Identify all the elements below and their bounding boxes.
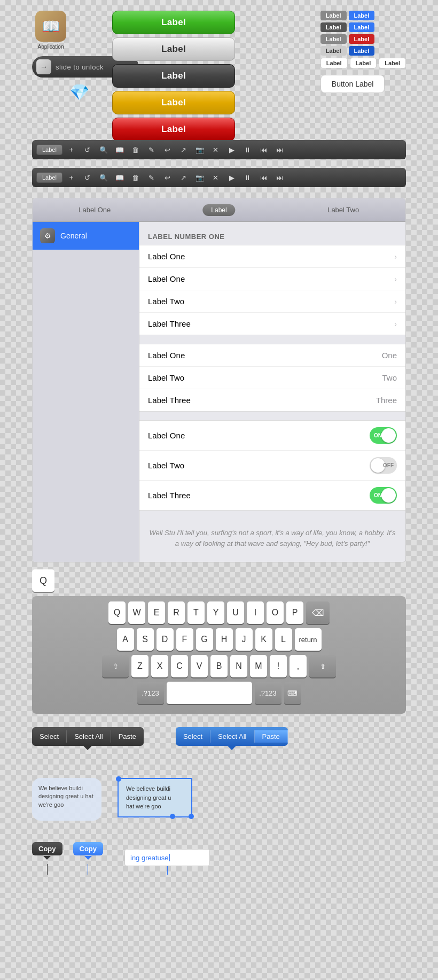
key-i[interactable]: I — [247, 601, 264, 624]
settings-row-2-2[interactable]: Label Two Two — [139, 367, 405, 389]
key-t[interactable]: T — [187, 601, 205, 624]
key-m[interactable]: M — [250, 655, 267, 677]
numbers-left-key[interactable]: .?123 — [137, 682, 164, 704]
toolbar-1-book[interactable]: 📖 — [113, 143, 127, 157]
key-l[interactable]: L — [275, 628, 292, 651]
key-h[interactable]: H — [216, 628, 233, 651]
settings-row-1-3[interactable]: Label Two › — [139, 290, 405, 313]
toolbar-2-close[interactable]: ✕ — [209, 171, 223, 184]
toolbar-2-camera[interactable]: 📷 — [193, 171, 207, 184]
key-a[interactable]: A — [117, 628, 134, 651]
green-button[interactable]: Label — [112, 11, 235, 34]
key-e[interactable]: E — [148, 601, 165, 624]
text-input-field[interactable]: ing greatuse — [124, 849, 210, 866]
settings-row-2-1[interactable]: Label One One — [139, 344, 405, 367]
key-s[interactable]: S — [137, 628, 154, 651]
small-tag-blue-2[interactable]: Label — [349, 22, 375, 32]
small-tag-outline-3[interactable]: Label — [379, 58, 406, 68]
shift-left-key[interactable]: ⇧ — [102, 655, 129, 677]
key-y[interactable]: Y — [207, 601, 224, 624]
small-tag-outline-1[interactable]: Label — [320, 58, 348, 68]
toolbar-2-search[interactable]: 🔍 — [97, 171, 111, 184]
key-f[interactable]: F — [176, 628, 193, 651]
delete-key[interactable]: ⌫ — [306, 601, 330, 624]
app-icon[interactable]: 📖 Application — [32, 11, 69, 50]
small-tag-blue-1[interactable]: Label — [349, 11, 375, 20]
toolbar-2-add[interactable]: ＋ — [65, 171, 79, 184]
key-j[interactable]: J — [236, 628, 253, 651]
toolbar-1-refresh[interactable]: ↺ — [81, 143, 95, 157]
yellow-button[interactable]: Label — [112, 91, 235, 114]
toolbar-1-search[interactable]: 🔍 — [97, 143, 111, 157]
toolbar-1-prev[interactable]: ⏮ — [257, 143, 271, 157]
toolbar-1-add[interactable]: ＋ — [65, 143, 79, 157]
silver-button[interactable]: Label — [112, 37, 235, 61]
key-v[interactable]: V — [191, 655, 208, 677]
toolbar-2-delete[interactable]: 🗑 — [129, 171, 143, 184]
toolbar-2-undo[interactable]: ↩ — [161, 171, 175, 184]
standalone-q-key[interactable]: Q — [32, 569, 54, 592]
red-button[interactable]: Label — [112, 118, 235, 141]
key-c[interactable]: C — [171, 655, 188, 677]
toolbar-2-play[interactable]: ▶ — [225, 171, 239, 184]
toggle-on-1[interactable]: ON — [370, 427, 397, 444]
paste-item-blue[interactable]: Paste — [255, 730, 288, 743]
key-o[interactable]: O — [267, 601, 284, 624]
toolbar-1-camera[interactable]: 📷 — [193, 143, 207, 157]
toolbar-1-undo[interactable]: ↩ — [161, 143, 175, 157]
toolbar-1-edit[interactable]: ✎ — [145, 143, 159, 157]
small-tag-outline-2[interactable]: Label — [350, 58, 377, 68]
key-k[interactable]: K — [255, 628, 272, 651]
small-tag-gray-1[interactable]: Label — [320, 11, 347, 20]
space-key[interactable] — [167, 682, 252, 704]
small-tag-darkblue[interactable]: Label — [349, 46, 375, 56]
numbers-right-key[interactable]: .?123 — [255, 682, 281, 704]
toolbar-2-label[interactable]: Label — [36, 172, 62, 183]
toggle-off-2[interactable]: OFF — [370, 457, 397, 474]
shift-right-key[interactable]: ⇧ — [309, 655, 336, 677]
select-all-item-blue[interactable]: Select All — [210, 730, 254, 743]
sidebar-item-general[interactable]: ⚙ General — [33, 222, 139, 250]
select-item[interactable]: Select — [32, 730, 67, 743]
key-n[interactable]: N — [230, 655, 247, 677]
toolbar-1-pause[interactable]: ⏸ — [241, 143, 255, 157]
key-u[interactable]: U — [227, 601, 244, 624]
keyboard-icon-key[interactable]: ⌨ — [284, 682, 301, 704]
toolbar-2-edit[interactable]: ✎ — [145, 171, 159, 184]
key-r[interactable]: R — [168, 601, 185, 624]
settings-row-1-1[interactable]: Label One › — [139, 245, 405, 268]
toolbar-2-refresh[interactable]: ↺ — [81, 171, 95, 184]
key-d[interactable]: D — [157, 628, 174, 651]
key-q[interactable]: Q — [108, 601, 126, 624]
button-label-big[interactable]: Button Label — [320, 75, 385, 93]
tab-label-middle[interactable]: Label — [157, 204, 281, 217]
key-z[interactable]: Z — [131, 655, 148, 677]
return-key[interactable]: return — [295, 628, 322, 651]
settings-row-1-2[interactable]: Label One › — [139, 268, 405, 290]
key-g[interactable]: G — [196, 628, 213, 651]
toolbar-1-label[interactable]: Label — [36, 144, 62, 155]
paste-item[interactable]: Paste — [111, 730, 144, 743]
toolbar-1-share[interactable]: ↗ — [177, 143, 191, 157]
text-selection-area[interactable]: We believe buildidesigning great uhat we… — [118, 778, 192, 817]
toolbar-2-share[interactable]: ↗ — [177, 171, 191, 184]
key-comma[interactable]: , — [290, 655, 307, 677]
toolbar-1-delete[interactable]: 🗑 — [129, 143, 143, 157]
settings-row-1-4[interactable]: Label Three › — [139, 313, 405, 335]
copy-blue-button[interactable]: Copy — [73, 842, 104, 855]
dark-button[interactable]: Label — [112, 64, 235, 88]
select-item-blue[interactable]: Select — [176, 730, 210, 743]
key-x[interactable]: X — [151, 655, 168, 677]
small-tag-lightgray[interactable]: Label — [320, 46, 347, 56]
toolbar-2-pause[interactable]: ⏸ — [241, 171, 255, 184]
toolbar-1-play[interactable]: ▶ — [225, 143, 239, 157]
copy-dark-button[interactable]: Copy — [32, 842, 62, 855]
small-tag-red[interactable]: Label — [349, 34, 375, 44]
small-tag-darkgray[interactable]: Label — [320, 22, 347, 32]
toolbar-1-close[interactable]: ✕ — [209, 143, 223, 157]
tab-label-one[interactable]: Label One — [33, 199, 157, 220]
key-exclaim[interactable]: ! — [270, 655, 287, 677]
key-p[interactable]: P — [286, 601, 303, 624]
select-all-item[interactable]: Select All — [67, 730, 111, 743]
key-b[interactable]: B — [210, 655, 228, 677]
